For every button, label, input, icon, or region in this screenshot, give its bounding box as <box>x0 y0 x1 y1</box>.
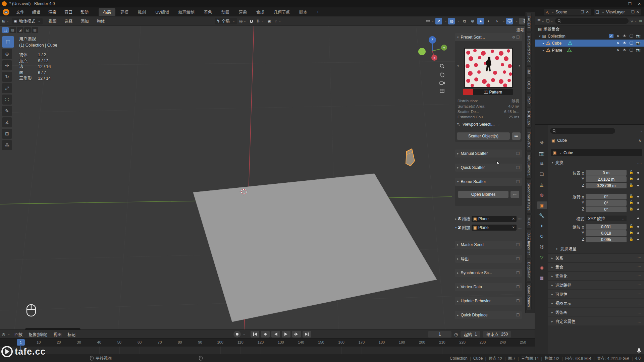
gizmo-axis-y-neg[interactable] <box>418 48 426 55</box>
addon-tab[interactable]: Screencast Keys <box>526 180 532 214</box>
editor-type-icon[interactable]: ⊞⌄ <box>2 18 9 24</box>
workspace-tab[interactable]: 建模 <box>116 8 133 16</box>
close-icon[interactable]: ✕ <box>586 10 589 14</box>
jump-to-end-button[interactable] <box>303 331 311 338</box>
selectable-icon[interactable]: ➤ <box>616 48 620 52</box>
tab-scene[interactable]: ◬ <box>537 181 547 188</box>
maximize-button[interactable]: ❐ <box>625 2 635 6</box>
addon-tab[interactable]: DAZ Importer <box>526 230 532 258</box>
proportional-edit-icon[interactable]: ◉ <box>266 18 273 24</box>
animate-dot[interactable] <box>637 208 639 210</box>
tab-world[interactable]: ◍ <box>537 191 547 198</box>
tool-select-box[interactable]: ⬚ <box>2 36 14 48</box>
tool-scale[interactable]: ⤢ <box>2 83 12 93</box>
minimize-button[interactable]: ─ <box>616 2 625 6</box>
menu-item[interactable]: 编辑 <box>28 9 44 15</box>
close-button[interactable]: ✕ <box>635 2 644 6</box>
frame-start-field[interactable]: 起始1 <box>461 331 480 338</box>
menu-item[interactable]: 标记 <box>64 331 78 337</box>
tab-constraints[interactable]: ⛓ <box>537 243 547 250</box>
addon-info-icon[interactable]: ❒ <box>516 313 520 317</box>
panel-quick-scatter[interactable]: ▸Quick Scatter ❒ <box>455 164 522 172</box>
expand-icon[interactable]: ▸ <box>455 217 457 221</box>
workspace-tab[interactable]: 几何节点 <box>269 8 294 16</box>
filter-dropdown[interactable]: ⌄ <box>640 129 643 133</box>
menu-item[interactable]: 选择 <box>61 18 77 24</box>
outliner-row-plane[interactable]: ▸ Plane ➤ 👁 🖵 📷 <box>535 47 644 54</box>
display-mode-icon[interactable]: ❏⌄ <box>546 19 553 23</box>
selectable-icon[interactable]: ➤ <box>616 34 620 38</box>
field-rotation-x[interactable]: 旋转 X0°🔓 <box>548 193 644 200</box>
collapsed-panel[interactable]: ▸ Master Seed ❒ <box>455 241 522 249</box>
preset-preview-image[interactable] <box>464 48 513 88</box>
collapsed-panel[interactable]: ▸ 关系 :::: <box>548 253 644 262</box>
menu-item[interactable]: 窗口 <box>60 9 76 15</box>
outliner-row-scene-collection[interactable]: ▤ 场景集合 <box>535 25 644 33</box>
workspace-tab[interactable]: UV编辑 <box>151 8 173 16</box>
hide-eye-icon[interactable]: 👁 <box>623 48 627 52</box>
collapsed-panel[interactable]: ▸ Vertex-Data ❒ <box>455 283 522 291</box>
render-disable-icon[interactable]: 📷 <box>636 41 641 45</box>
biomes-settings-icon[interactable]: ≔ <box>511 191 519 198</box>
expand-icon[interactable]: ▸ <box>543 49 544 52</box>
plane-object[interactable] <box>193 174 437 322</box>
transform-orientation-dropdown[interactable]: ↯ 全局 ⌄ <box>215 18 237 24</box>
menu-item[interactable]: 渲染 <box>44 9 60 15</box>
addon-tab[interactable]: PSP <box>526 94 532 107</box>
addon-info-icon[interactable]: ❒ <box>516 257 520 261</box>
outliner-row-cube[interactable]: ▸ Cube ➤ 👁 🖵 📷 <box>535 40 644 47</box>
addon-tab[interactable]: Quad Remes <box>526 282 532 310</box>
tool-extra-addon[interactable]: ⁂ <box>2 140 12 150</box>
ortho-toggle-icon[interactable] <box>439 88 445 93</box>
collapsed-panel[interactable]: ▸ 可见性 :::: <box>548 290 644 298</box>
pivot-point-dropdown[interactable]: ◎⌄ <box>239 18 246 24</box>
pan-view-icon[interactable] <box>439 72 445 77</box>
jump-to-start-button[interactable] <box>251 331 259 338</box>
surface-object-field[interactable]: ▣ Plane ✕ <box>472 216 517 222</box>
animate-dot[interactable] <box>637 232 639 234</box>
outliner-row-collection[interactable]: ▾ ▤ Collection ✓ ➤ 👁 🖵 📷 <box>535 33 644 40</box>
snap-target-dropdown[interactable]: ⊪⌄ <box>257 18 264 24</box>
workspace-tab[interactable]: 布局 <box>99 8 115 16</box>
field-rotation-y[interactable]: Y0°🔓 <box>548 200 644 206</box>
tool-add-cube[interactable]: ⊞ <box>2 129 12 139</box>
addon-info-icon[interactable]: ❒ <box>516 152 520 156</box>
timeline-ruler[interactable]: 1 10203040506070809010011012013014015016… <box>0 338 535 347</box>
play-reverse-button[interactable] <box>271 331 280 338</box>
field-rotation-z[interactable]: Z0°🔓 <box>548 206 644 213</box>
field-location-y[interactable]: Y2.0102 m🔓 <box>548 176 644 182</box>
field-location-z[interactable]: Z0.28709 m🔓 <box>548 182 644 189</box>
field-rotation-mode[interactable]: 模式 XYZ 欧拉⌄ <box>548 215 644 222</box>
panel-delta-transform[interactable]: ▸变换增量 <box>555 246 577 251</box>
animate-dot[interactable] <box>637 178 639 180</box>
pin-icon[interactable]: ⊼ <box>638 138 641 143</box>
field-scale-x[interactable]: 缩放 X0.031🔓 <box>548 224 644 230</box>
falloff-curve-icon[interactable]: ∩⌄ <box>275 18 281 24</box>
show-visibility-dropdown[interactable]: ⌄ <box>426 18 434 24</box>
tool-rotate[interactable]: ↻ <box>2 72 12 82</box>
drag-handle[interactable]: :::: <box>518 226 523 229</box>
tab-object-data[interactable]: ▽ <box>537 253 547 261</box>
scatter-settings-icon[interactable]: ≔ <box>512 132 521 140</box>
collapsed-panel[interactable]: ▸ Synchronize Sc... ❒ <box>455 269 522 277</box>
addon-tab[interactable]: FACEIT <box>526 13 532 32</box>
panel-transform[interactable]: ▾ 变换 :::: <box>551 160 642 165</box>
addon-info-icon[interactable]: ❒ <box>516 180 520 184</box>
editor-type-icon[interactable]: ☰⌄ <box>537 19 544 23</box>
lock-icon[interactable]: 🔓 <box>629 194 633 198</box>
current-frame-marker[interactable]: 1 <box>17 339 25 346</box>
hide-eye-icon[interactable]: 👁 <box>623 34 627 38</box>
render-disable-icon[interactable]: 📷 <box>636 48 641 52</box>
outliner-search-input[interactable] <box>555 18 629 24</box>
collapsed-panel[interactable]: ▸ Update Behavior ❒ <box>455 297 522 305</box>
prev-keyframe-button[interactable] <box>261 331 270 338</box>
workspace-tab[interactable]: 合成 <box>252 8 269 16</box>
viewport-disable-icon[interactable]: 🖵 <box>630 48 633 52</box>
select-pick-icon[interactable]: ▧ <box>32 27 38 33</box>
addon-info-icon[interactable]: ❒ <box>516 166 520 170</box>
addon-info-icon[interactable]: ❒ <box>516 271 520 275</box>
gizmos-toggle[interactable]: ↗ <box>435 18 442 24</box>
object-name-field[interactable]: ▣ ⌄ Cube <box>551 149 642 156</box>
menu-item[interactable]: 抠像(插帧) <box>25 331 50 337</box>
workspace-tab[interactable]: 动画 <box>217 8 234 16</box>
